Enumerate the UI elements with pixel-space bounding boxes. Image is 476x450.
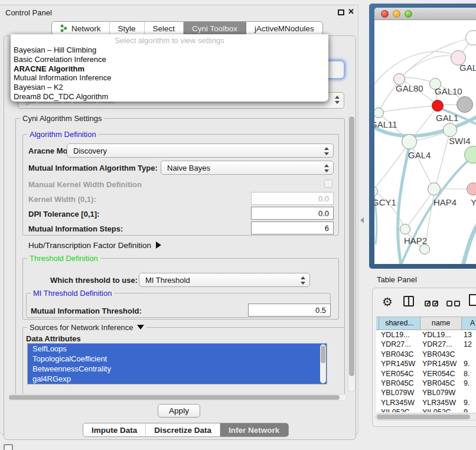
table-row[interactable]: YDL19...YDL19...13 (376, 330, 476, 340)
table-row[interactable]: YER054CYER054C8. (376, 369, 476, 379)
node-label: Y (471, 197, 476, 207)
hub-tf-section-toggle[interactable]: Hub/Transcription Factor Definition (28, 241, 161, 250)
group-title: MI Threshold Definition (31, 289, 114, 298)
gear-icon[interactable]: ⚙ (382, 295, 393, 309)
list-item[interactable]: gal4RGexp (28, 374, 327, 384)
dropdown-item[interactable]: Basic Correlation Inference (11, 55, 328, 64)
group-title: Cyni Algorithm Settings (20, 114, 104, 123)
list-item[interactable]: SelfLoops (28, 344, 327, 354)
tab-discretize-data[interactable]: Discretize Data (146, 423, 220, 436)
column-header-partial[interactable]: A (462, 317, 476, 330)
mi-threshold-label: Mutual Information Threshold: (31, 306, 142, 315)
mi-steps-field[interactable]: 6 (251, 221, 334, 234)
group-title: Threshold Definition (27, 254, 100, 263)
tab-jactivemnodules[interactable]: jActiveMNodules (246, 22, 322, 35)
tab-style[interactable]: Style (110, 22, 145, 35)
table-row[interactable]: YBR045CYBR045C9. (376, 379, 476, 388)
network-node[interactable] (467, 182, 476, 195)
float-window-icon[interactable] (338, 9, 344, 15)
manual-kernel-label: Manual Kernel Width Definition (28, 180, 142, 189)
split-columns-icon[interactable] (403, 296, 414, 306)
control-panel-titlebar: Control Panel ✕ (0, 5, 358, 19)
node-label: GAL80 (396, 83, 423, 93)
dropdown-item-selected[interactable]: ARACNE Algorithm (11, 64, 328, 74)
aracne-mode-select[interactable]: Discovery (67, 144, 334, 158)
tab-impute-data[interactable]: Impute Data (83, 423, 146, 436)
kernel-width-field[interactable]: 0.0 (251, 192, 334, 205)
table-header-row: shared... name A (376, 317, 476, 330)
table-row[interactable]: YBL079WYBL079W (376, 388, 476, 397)
stepper-icon (324, 146, 329, 156)
node-label: GAL10 (435, 86, 462, 96)
mi-type-value: Naive Bayes (167, 164, 210, 172)
manual-kernel-checkbox[interactable] (324, 180, 332, 188)
column-header-name[interactable]: name (420, 317, 462, 330)
node-label: GAL4 (408, 150, 431, 160)
close-icon[interactable]: ✕ (348, 7, 354, 16)
mi-type-select[interactable]: Naive Bayes (161, 161, 334, 175)
table-row[interactable]: YDR27...YDR27...12 (376, 340, 476, 349)
settings-horizontal-scrollbar[interactable] (7, 394, 347, 401)
dropdown-item[interactable]: Bayesian – Hill Climbing (11, 45, 328, 55)
dropdown-item[interactable]: Dream8 DC_TDC Algorithm (11, 92, 328, 102)
network-window-titlebar (374, 8, 476, 20)
column-header-shared-name[interactable]: shared... (379, 317, 420, 330)
network-node[interactable] (457, 96, 473, 113)
minimize-traffic-light-icon[interactable] (393, 10, 400, 18)
aracne-mode-value: Discovery (73, 146, 107, 155)
list-scrollbar[interactable] (320, 344, 326, 383)
node-label: SWI4 (449, 136, 471, 146)
control-panel: Control Panel ✕ Network Style Se (0, 5, 358, 435)
network-node-hap2[interactable] (400, 224, 410, 234)
close-traffic-light-icon[interactable] (381, 10, 389, 18)
table-horizontal-scrollbar[interactable] (375, 413, 476, 420)
table-toolbar: ⚙ (373, 288, 476, 317)
select-all-checkboxes-icon[interactable] (425, 298, 440, 309)
table-panel: ⚙ shared... name A YDL19...YDL19...13 YD… (372, 288, 476, 427)
which-threshold-select[interactable]: MI Threshold (139, 273, 310, 287)
stepper-icon (324, 164, 329, 173)
zoom-traffic-light-icon[interactable] (405, 10, 412, 18)
dropdown-item[interactable]: Bayesian – K2 (11, 83, 328, 92)
network-node-gal4[interactable] (402, 134, 417, 149)
deselect-all-checkboxes-icon[interactable] (446, 298, 462, 309)
stepper-icon (300, 276, 305, 285)
tab-cyni-toolbox[interactable]: Cyni Toolbox (184, 22, 246, 35)
network-window: GAL GAL80 GAL10 GAL1 GAL11 SWI4 GAL4 GCY… (374, 8, 476, 264)
network-view-frame: GAL GAL80 GAL10 GAL1 GAL11 SWI4 GAL4 GCY… (369, 4, 476, 269)
page-icon[interactable] (469, 294, 476, 306)
algorithm-dropdown-list: Select algorithm to view settings Bayesi… (11, 34, 328, 102)
dpi-tolerance-label: DPI Tolerance [0,1]: (28, 210, 99, 219)
tab-select[interactable]: Select (145, 22, 184, 35)
table-row[interactable]: YBR043CYBR043C (376, 350, 476, 359)
network-canvas[interactable]: GAL GAL80 GAL10 GAL1 GAL11 SWI4 GAL4 GCY… (374, 20, 476, 264)
dropdown-placeholder: Select algorithm to view settings (11, 35, 328, 45)
dpi-tolerance-field[interactable]: 0.0 (251, 207, 334, 220)
node-label: HAP2 (404, 236, 427, 246)
cyni-settings-scrollpane: Cyni Algorithm Settings Algorithm Defini… (6, 109, 356, 401)
panel-divider-handle[interactable] (360, 217, 364, 223)
dropdown-item[interactable]: Mutual Information Inference (11, 73, 328, 83)
node-label: GAL1 (436, 113, 458, 123)
network-node-hap4[interactable] (428, 182, 441, 195)
mi-threshold-field[interactable]: 0.5 (248, 304, 331, 317)
collapsed-arrow-icon (156, 242, 161, 249)
list-item[interactable]: TopologicalCoefficient (28, 354, 327, 364)
table-row[interactable]: YIL052CYIL052C9. (376, 407, 476, 412)
control-panel-tabs: Network Style Select Cyni Toolbox jActiv… (51, 21, 323, 35)
bottom-tabs: Impute Data Discretize Data Infer Networ… (83, 423, 289, 437)
which-threshold-label: Which threshold to use: (50, 276, 138, 285)
network-node-swi4[interactable] (443, 123, 457, 137)
table-row[interactable]: YPR145WYPR145W9. (376, 359, 476, 369)
status-chip[interactable] (4, 444, 13, 450)
tab-infer-network[interactable]: Infer Network (220, 423, 288, 436)
mi-type-label: Mutual Information Algorithm Type: (28, 164, 158, 172)
table-row[interactable]: YLR345WYLR345W9. (376, 398, 476, 407)
tab-network[interactable]: Network (52, 22, 110, 35)
node-label: HAP4 (433, 197, 457, 207)
list-item[interactable]: BetweennessCentrality (28, 364, 327, 374)
network-node-gal1[interactable] (432, 100, 444, 112)
apply-button[interactable]: Apply (158, 404, 200, 418)
sources-group-title[interactable]: Sources for Network Inference (27, 323, 146, 332)
settings-vertical-scrollbar[interactable] (348, 113, 356, 392)
